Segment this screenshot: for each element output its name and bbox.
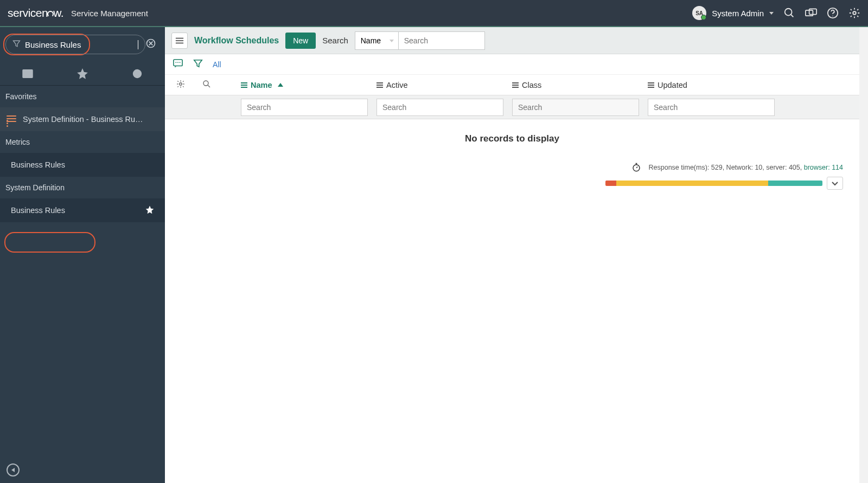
sysdef-section-header: System Definition [0,177,165,198]
column-label: Name [251,81,272,89]
nav-item-sysdef-business-rules[interactable]: Business Rules [0,198,165,222]
column-header-class[interactable]: Class [512,81,648,89]
column-menu-icon [376,82,383,88]
perf-bar-server [616,181,768,186]
clear-filter-button[interactable] [145,38,156,51]
svg-point-20 [180,82,182,85]
breadcrumb-row: All [165,54,859,75]
search-label: Search [322,36,348,45]
response-time-prefix: Response time(ms): 529, Network: 10, ser… [649,164,804,171]
column-filter-row [165,95,859,119]
column-search-toggle-icon[interactable] [202,79,212,91]
column-search-name[interactable] [241,99,368,116]
column-menu-icon [241,82,247,88]
column-header-row: Name Active Class Updated [165,75,859,95]
svg-point-18 [177,62,178,63]
help-icon[interactable] [827,7,839,19]
svg-point-21 [203,81,208,86]
avatar-initials: SA [695,10,703,16]
metrics-section-header: Metrics [0,131,165,153]
caret-down-icon [769,12,774,15]
column-search-class [512,99,639,116]
svg-line-22 [208,85,210,87]
user-name-label: System Admin [712,9,764,18]
breadcrumb-all[interactable]: All [213,60,221,69]
svg-point-17 [176,62,177,63]
column-menu-icon [512,82,519,88]
logo[interactable]: servicenw. [8,7,63,20]
global-search-icon[interactable] [783,7,795,19]
all-apps-tab[interactable] [0,62,55,85]
svg-line-1 [791,15,794,17]
favorite-item-label: System Definition - Business Ru… [23,115,143,124]
column-header-updated[interactable]: Updated [648,81,778,89]
column-header-name[interactable]: Name [241,81,376,89]
column-label: Updated [658,81,687,89]
perf-bar-network [605,181,616,186]
svg-line-24 [636,167,637,168]
search-input[interactable] [398,31,485,50]
favorite-star-icon[interactable] [145,205,154,216]
list-toolbar: Workflow Schedules New Search Name [165,27,859,54]
favorite-item-sysdef-br[interactable]: System Definition - Business Ru… [0,107,165,131]
no-records-message: No records to display [165,119,859,158]
new-button[interactable]: New [285,33,316,49]
navigator-filter-input[interactable]: Business Rules [25,40,137,49]
avatar: SA [692,6,706,20]
stopwatch-icon [631,163,641,172]
nav-item-label: Business Rules [11,160,65,169]
history-tab[interactable] [110,62,165,85]
logo-text-b: w. [53,7,63,19]
highlight-marker-item [4,232,95,253]
activity-stream-icon[interactable] [173,59,183,70]
response-time-text: Response time(ms): 529, Network: 10, ser… [649,164,844,171]
performance-bar [605,181,822,186]
global-banner: servicenw. Service Management SA System … [0,0,868,27]
response-time-browser-link[interactable]: browser: 114 [804,164,843,171]
collapse-navigator-button[interactable] [7,463,20,476]
favorites-section-header: Favorites [0,86,165,107]
column-label: Active [386,81,408,89]
perf-bar-browser [768,181,822,186]
column-search-active[interactable] [376,99,503,116]
funnel-icon [12,40,21,50]
performance-expand-button[interactable] [827,177,843,190]
search-field-select[interactable]: Name [355,31,398,50]
svg-point-19 [180,62,181,63]
caret-down-icon [390,40,394,42]
logo-text-a: service [8,7,42,20]
navigator-sidebar: Business Rules Favorites System Definiti… [0,27,165,483]
list-icon [7,115,16,123]
nav-item-metrics-business-rules[interactable]: Business Rules [0,153,165,177]
column-search-updated[interactable] [648,99,775,116]
svg-point-0 [785,9,792,16]
text-cursor [138,40,138,49]
svg-rect-10 [23,69,33,77]
favorites-tab[interactable] [55,62,110,85]
nav-item-label: Business Rules [11,206,65,215]
chat-icon[interactable] [805,7,817,19]
user-menu[interactable]: SA System Admin [692,6,774,20]
sort-ascending-icon [278,83,283,87]
search-field-select-value: Name [361,36,381,45]
content-frame: Workflow Schedules New Search Name All [165,27,868,483]
column-menu-icon [648,82,654,88]
personalize-list-icon[interactable] [176,79,186,91]
product-subtitle: Service Management [71,9,148,18]
filter-funnel-icon[interactable] [193,59,203,70]
list-menu-button[interactable] [171,33,188,49]
svg-point-5 [832,16,833,16]
column-label: Class [522,81,541,89]
column-header-active[interactable]: Active [376,81,512,89]
settings-gear-icon[interactable] [848,7,860,19]
page-title: Workflow Schedules [194,36,279,46]
response-time-row: Response time(ms): 529, Network: 10, ser… [165,158,859,177]
navigator-tabs [0,62,165,86]
svg-point-6 [853,11,856,15]
navigator-filter[interactable]: Business Rules [5,35,145,54]
